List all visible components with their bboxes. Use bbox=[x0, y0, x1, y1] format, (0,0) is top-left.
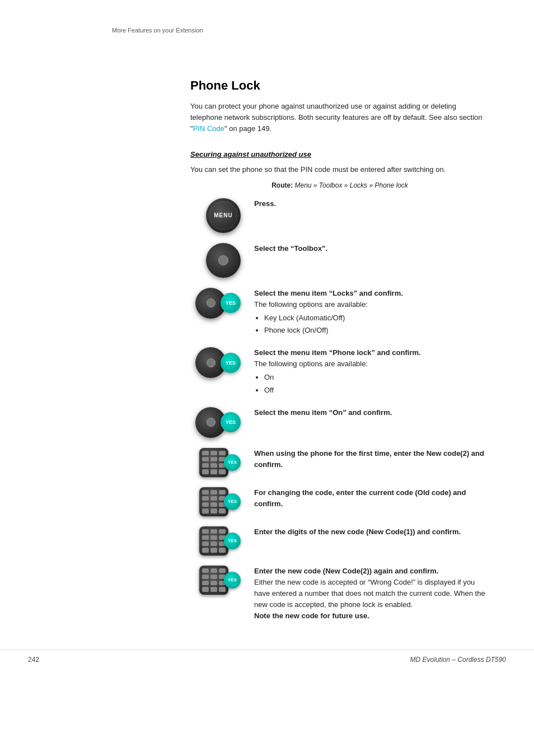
step-5: YES Select the menu item “On” and confir… bbox=[190, 407, 489, 438]
yes-button-3: YES bbox=[221, 412, 241, 432]
keypad-yes-icon-4: YES bbox=[199, 566, 241, 595]
step-2: Select the “Toolbox”. bbox=[190, 243, 489, 278]
step-1-text: Press. bbox=[254, 198, 489, 209]
step-3: YES Select the menu item “Locks” and con… bbox=[190, 288, 489, 338]
menu-button-icon: MENU bbox=[206, 198, 241, 233]
key bbox=[210, 463, 217, 468]
step-6: YES When using the phone for the first t… bbox=[190, 448, 489, 477]
key bbox=[202, 508, 209, 513]
key bbox=[202, 496, 209, 501]
content-area: Phone Lock You can protect your phone ag… bbox=[190, 34, 489, 622]
key bbox=[219, 568, 226, 573]
key bbox=[210, 496, 217, 501]
keypad-yes-icon-3: YES bbox=[199, 526, 241, 556]
step-9: YES Enter the new code (New Code(2)) aga… bbox=[190, 566, 489, 622]
step-1: MENU Press. bbox=[190, 198, 489, 233]
yes-badge-4: YES bbox=[224, 572, 241, 589]
key bbox=[202, 502, 209, 507]
key bbox=[219, 529, 226, 534]
intro-text: You can protect your phone against unaut… bbox=[190, 101, 489, 134]
key bbox=[210, 457, 217, 461]
key bbox=[202, 535, 209, 540]
key bbox=[202, 457, 209, 461]
step-8-text: Enter the digits of the new code (New Co… bbox=[254, 526, 489, 538]
step-6-icon: YES bbox=[190, 448, 241, 477]
key bbox=[210, 542, 217, 546]
list-item: Key Lock (Automatic/Off) bbox=[264, 312, 489, 324]
list-item: On bbox=[264, 372, 489, 383]
key bbox=[219, 508, 226, 513]
key bbox=[202, 463, 209, 468]
step-3-icon: YES bbox=[190, 288, 241, 319]
key bbox=[202, 575, 209, 579]
step-3-options: Key Lock (Automatic/Off) Phone lock (On/… bbox=[264, 312, 489, 336]
key bbox=[210, 575, 217, 579]
yes-badge-3: YES bbox=[224, 533, 241, 549]
key bbox=[202, 581, 209, 585]
key bbox=[219, 469, 226, 474]
section-desc: You can set the phone so that the PIN co… bbox=[190, 164, 489, 175]
key bbox=[219, 490, 226, 494]
step-2-icon bbox=[190, 243, 241, 278]
step-5-icon: YES bbox=[190, 407, 241, 438]
key bbox=[202, 542, 209, 546]
key bbox=[210, 568, 217, 573]
key bbox=[202, 548, 209, 552]
key bbox=[202, 451, 209, 455]
page-title: Phone Lock bbox=[190, 78, 489, 93]
key bbox=[210, 451, 217, 455]
key bbox=[219, 451, 226, 455]
key bbox=[210, 587, 217, 591]
list-item: Phone lock (On/Off) bbox=[264, 325, 489, 336]
page: More Features on your Extension Phone Lo… bbox=[0, 0, 534, 756]
menu-label: MENU bbox=[214, 212, 232, 218]
step-7: YES For changing the code, enter the cur… bbox=[190, 487, 489, 516]
keypad-yes-icon-2: YES bbox=[199, 487, 241, 516]
nav-yes-icon: YES bbox=[195, 288, 241, 319]
step-8-icon: YES bbox=[190, 526, 241, 556]
list-item: Off bbox=[264, 385, 489, 396]
key bbox=[202, 490, 209, 494]
step-4: YES Select the menu item “Phone lock” an… bbox=[190, 347, 489, 397]
section-heading: Securing against unauthorized use bbox=[190, 150, 489, 158]
route-line: Route: Menu » Toolbox » Locks » Phone lo… bbox=[190, 181, 489, 189]
nav-yes-icon-3: YES bbox=[195, 407, 241, 438]
step-9-icon: YES bbox=[190, 566, 241, 595]
key bbox=[210, 581, 217, 585]
nav-yes-icon-2: YES bbox=[195, 347, 241, 378]
key bbox=[202, 587, 209, 591]
yes-badge-2: YES bbox=[224, 493, 241, 510]
key bbox=[219, 548, 226, 552]
step-8: YES Enter the digits of the new code (Ne… bbox=[190, 526, 489, 556]
step-4-options: On Off bbox=[264, 372, 489, 395]
step-4-text: Select the menu item “Phone lock” and co… bbox=[254, 347, 489, 397]
nav-disc-icon bbox=[206, 243, 241, 278]
step-7-text: For changing the code, enter the current… bbox=[254, 487, 489, 510]
key bbox=[210, 502, 217, 507]
breadcrumb: More Features on your Extension bbox=[112, 27, 203, 34]
key bbox=[210, 490, 217, 494]
step-7-icon: YES bbox=[190, 487, 241, 516]
key bbox=[202, 529, 209, 534]
keypad-yes-icon: YES bbox=[199, 448, 241, 477]
key bbox=[210, 529, 217, 534]
key bbox=[202, 469, 209, 474]
yes-badge: YES bbox=[224, 454, 241, 471]
nav-center bbox=[218, 255, 228, 265]
nav-center-2 bbox=[207, 358, 216, 367]
nav-center-3 bbox=[207, 418, 216, 427]
step-5-text: Select the menu item “On” and confirm. bbox=[254, 407, 489, 418]
step-1-icon: MENU bbox=[190, 198, 241, 233]
step-3-text: Select the menu item “Locks” and confirm… bbox=[254, 288, 489, 338]
step-6-text: When using the phone for the first time,… bbox=[254, 448, 489, 470]
step-2-text: Select the “Toolbox”. bbox=[254, 243, 489, 254]
key bbox=[210, 535, 217, 540]
nav-center bbox=[207, 298, 216, 307]
page-number: 242 bbox=[28, 656, 39, 664]
pin-code-link[interactable]: PIN Code bbox=[193, 124, 224, 133]
yes-button: YES bbox=[221, 293, 241, 313]
footer: 242 MD Evolution – Cordless DT590 bbox=[0, 650, 534, 664]
key bbox=[202, 568, 209, 573]
key bbox=[210, 469, 217, 474]
step-4-icon: YES bbox=[190, 347, 241, 378]
